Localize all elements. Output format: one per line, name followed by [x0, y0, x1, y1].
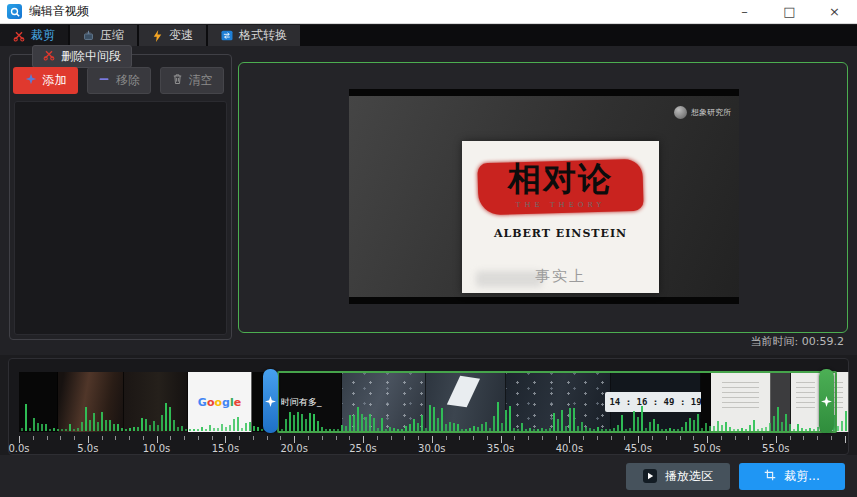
window-title: 编辑音视频: [29, 3, 89, 20]
window-controls: – □ ×: [722, 0, 857, 23]
ruler-label: 35.0s: [487, 443, 514, 454]
selection-end-handle[interactable]: [819, 369, 834, 433]
ruler-label: 40.0s: [556, 443, 583, 454]
crop-icon: [764, 469, 776, 484]
crop-button-label: 裁剪...: [784, 468, 819, 485]
clear-segments-button[interactable]: 清空: [160, 67, 224, 94]
ruler-label: 15.0s: [212, 443, 239, 454]
play-icon: [643, 469, 657, 483]
clear-button-label: 清空: [189, 72, 213, 89]
tab-bar: 裁剪 压缩 变速 格式转换: [0, 25, 857, 46]
channel-watermark-text: 想象研究所: [691, 107, 731, 118]
title-bar: 编辑音视频 – □ ×: [0, 0, 857, 24]
minimize-button[interactable]: –: [722, 0, 767, 23]
tab-crop[interactable]: 裁剪: [0, 25, 68, 46]
maximize-button[interactable]: □: [767, 0, 812, 23]
star-icon: [821, 396, 832, 407]
channel-watermark: 想象研究所: [674, 106, 731, 119]
delete-middle-segment-group: 删除中间段 添加 移除 清空: [9, 54, 232, 340]
add-icon: [25, 73, 37, 88]
current-time-label: 当前时间: 00:59.2: [751, 334, 844, 349]
star-icon: [265, 396, 276, 407]
ruler-label: 55.0s: [762, 443, 789, 454]
segment-button-row: 添加 移除 清空: [13, 67, 224, 94]
segment-list[interactable]: [14, 101, 227, 335]
app-logo-icon: [7, 4, 22, 19]
video-preview-panel: 想象研究所 THE THEORY 相对论 ALBERT EINSTEIN 事实上: [238, 62, 848, 333]
play-selection-label: 播放选区: [665, 468, 713, 485]
time-ruler: 0.0s5.0s10.0s15.0s20.0s25.0s30.0s35.0s40…: [19, 436, 849, 455]
format-convert-icon: [221, 30, 233, 41]
ruler-label: 20.0s: [280, 443, 307, 454]
selection-start-handle[interactable]: [263, 369, 278, 433]
add-segment-button[interactable]: 添加: [13, 67, 78, 94]
lightning-icon: [152, 30, 163, 42]
ruler-label: 0.0s: [8, 443, 29, 454]
tab-speed[interactable]: 变速: [139, 25, 206, 46]
play-selection-button[interactable]: 播放选区: [626, 463, 730, 490]
ruler-label: 45.0s: [624, 443, 651, 454]
slide-card: THE THEORY 相对论 ALBERT EINSTEIN 事实上: [462, 141, 659, 293]
main-area: 删除中间段 添加 移除 清空: [0, 46, 857, 355]
ruler-label: 10.0s: [143, 443, 170, 454]
timeline-panel: Google时间有多_14 : 16 : 49 : 19 0.0s5.0s10.…: [8, 358, 849, 455]
tab-format-convert-label: 格式转换: [239, 27, 287, 44]
close-button[interactable]: ×: [812, 0, 857, 23]
slide-title: 相对论: [462, 162, 659, 195]
scissors-icon: [13, 30, 25, 42]
ruler-label: 5.0s: [77, 443, 98, 454]
tab-compress-label: 压缩: [100, 27, 124, 44]
group-label-chip: 删除中间段: [32, 45, 132, 68]
trash-icon: [172, 73, 183, 88]
tab-speed-label: 变速: [169, 27, 193, 44]
remove-segment-button[interactable]: 移除: [87, 67, 151, 94]
slide-author: ALBERT EINSTEIN: [462, 227, 659, 240]
crop-action-button[interactable]: 裁剪...: [739, 463, 845, 490]
video-frame: 想象研究所 THE THEORY 相对论 ALBERT EINSTEIN 事实上: [349, 89, 739, 304]
tab-compress[interactable]: 压缩: [70, 25, 137, 46]
ruler-label: 50.0s: [693, 443, 720, 454]
timeline-strip[interactable]: Google时间有多_14 : 16 : 49 : 19: [19, 372, 849, 432]
tab-format-convert[interactable]: 格式转换: [208, 25, 300, 46]
group-label: 删除中间段: [61, 48, 121, 65]
add-button-label: 添加: [43, 72, 67, 89]
channel-logo-icon: [674, 106, 687, 119]
compress-icon: [83, 30, 94, 41]
minus-icon: [98, 73, 110, 88]
audio-waveform: [19, 401, 849, 431]
remove-button-label: 移除: [116, 72, 140, 89]
ruler-label: 30.0s: [418, 443, 445, 454]
ruler-label: 25.0s: [349, 443, 376, 454]
tab-crop-label: 裁剪: [31, 27, 55, 44]
footer-bar: 播放选区 裁剪...: [0, 455, 857, 497]
video-subtitle: 事实上: [462, 267, 659, 286]
slide-english-caption: THE THEORY: [462, 201, 659, 209]
scissors-icon: [43, 49, 55, 64]
